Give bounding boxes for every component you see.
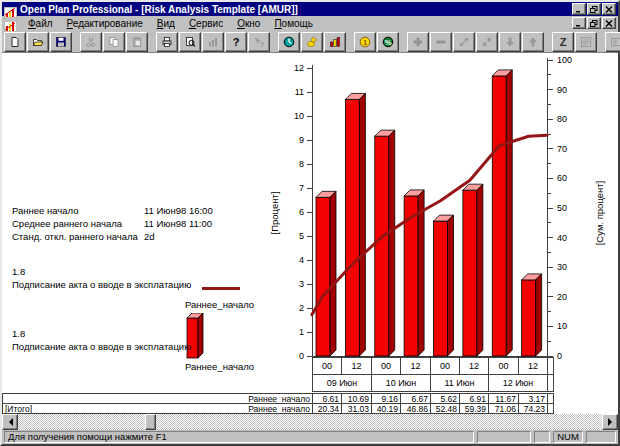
menu-item[interactable]: Помощь xyxy=(267,17,320,30)
row-series-name: Раннее_начало xyxy=(248,404,310,414)
svg-text:1: 1 xyxy=(363,37,367,46)
window-title: Open Plan Professional - [Risk Analysis … xyxy=(20,4,571,15)
mdi-close-button[interactable] xyxy=(602,17,616,29)
svg-text:7: 7 xyxy=(299,183,304,193)
step-button[interactable] xyxy=(476,32,498,52)
cost-button[interactable]: 1 xyxy=(354,32,376,52)
x-axis-date-cell: 09 Июн xyxy=(312,374,372,392)
split-button[interactable] xyxy=(605,32,620,52)
num-lock-indicator: NUM xyxy=(553,431,583,443)
mdi-restore-button[interactable] xyxy=(587,17,601,29)
x-axis-date-cell: 10 Июн xyxy=(371,374,431,392)
move-up-button[interactable] xyxy=(522,32,544,52)
resource-button[interactable] xyxy=(301,32,323,52)
svg-text:8: 8 xyxy=(299,159,304,169)
svg-text:11: 11 xyxy=(295,87,304,97)
table-value-cell: 74.23 xyxy=(518,403,548,414)
outline-button[interactable] xyxy=(575,32,597,52)
toolbar: ??1%Z xyxy=(2,30,618,53)
menu-item[interactable]: Сервис xyxy=(182,17,230,30)
menu-item[interactable]: Редактирование xyxy=(60,17,150,30)
menu-item[interactable]: Вид xyxy=(150,17,182,30)
save-icon xyxy=(55,36,67,48)
svg-text:20: 20 xyxy=(557,292,567,302)
export-chart-icon xyxy=(207,36,219,48)
x-axis-time-cell: 12 xyxy=(518,357,548,375)
horizontal-scrollbar[interactable] xyxy=(2,414,618,430)
minimize-button[interactable] xyxy=(572,3,586,15)
paste-icon xyxy=(131,36,143,48)
left-arrow-icon xyxy=(5,418,13,426)
copy-button[interactable] xyxy=(103,32,125,52)
svg-text:[Процент]: [Процент] xyxy=(269,192,280,235)
remove-icon xyxy=(435,36,447,48)
menu-items: ФайлРедактированиеВидСервисОкноПомощь xyxy=(21,17,571,30)
svg-text:100: 100 xyxy=(557,55,572,65)
help-icon: ? xyxy=(230,36,242,48)
table-value-cell: 31.03 xyxy=(341,403,372,414)
status-pane xyxy=(586,431,616,443)
percent-button[interactable]: % xyxy=(377,32,399,52)
mdi-minimize-button[interactable] xyxy=(572,17,586,29)
cut-button[interactable] xyxy=(80,32,102,52)
svg-text:?: ? xyxy=(233,36,240,48)
step-icon xyxy=(481,36,493,48)
x-axis-time-cell: 00 xyxy=(488,357,519,375)
svg-text:0: 0 xyxy=(299,351,304,361)
svg-text:70: 70 xyxy=(557,144,567,154)
close-button[interactable] xyxy=(602,3,616,15)
help-button[interactable]: ? xyxy=(225,32,247,52)
link-button[interactable] xyxy=(453,32,475,52)
svg-text:60: 60 xyxy=(557,173,567,183)
risk-histogram-icon xyxy=(329,36,341,48)
svg-text:1: 1 xyxy=(299,327,304,337)
scrollbar-thumb[interactable] xyxy=(145,414,156,430)
menu-bar: ФайлРедактированиеВидСервисОкноПомощь xyxy=(2,16,618,30)
table-value-cell xyxy=(547,403,554,414)
svg-text:4: 4 xyxy=(299,255,304,265)
chart-view: Раннее начало 11 Июн98 16:00 Среднее ран… xyxy=(2,53,618,414)
menu-item[interactable]: Окно xyxy=(230,17,267,30)
cut-icon xyxy=(85,36,97,48)
svg-text:Z: Z xyxy=(560,36,567,48)
paste-button[interactable] xyxy=(126,32,148,52)
svg-text:80: 80 xyxy=(557,114,567,124)
save-button[interactable] xyxy=(50,32,72,52)
zoom-icon: Z xyxy=(557,36,569,48)
open-button[interactable] xyxy=(27,32,49,52)
svg-text:9: 9 xyxy=(299,135,304,145)
context-help-button[interactable]: ? xyxy=(248,32,270,52)
print-button[interactable] xyxy=(156,32,178,52)
menu-item[interactable]: Файл xyxy=(21,17,60,30)
zoom-button[interactable]: Z xyxy=(552,32,574,52)
svg-text:10: 10 xyxy=(557,321,567,331)
print-preview-button[interactable] xyxy=(179,32,201,52)
add-button[interactable] xyxy=(407,32,429,52)
svg-text:%: % xyxy=(385,37,392,46)
resource-icon xyxy=(306,36,318,48)
time-analysis-button[interactable] xyxy=(278,32,300,52)
link-icon xyxy=(458,36,470,48)
new-button[interactable] xyxy=(4,32,26,52)
restore-button[interactable] xyxy=(587,3,601,15)
remove-button[interactable] xyxy=(430,32,452,52)
x-axis-date-cell: 11 Июн xyxy=(430,374,489,392)
move-down-button[interactable] xyxy=(499,32,521,52)
risk-histogram-button[interactable] xyxy=(324,32,346,52)
split-icon xyxy=(610,36,620,48)
svg-text:50: 50 xyxy=(557,203,567,213)
context-help-icon: ? xyxy=(253,36,265,48)
x-axis-time-cell: 12 xyxy=(459,357,489,375)
row-header: [Итого] xyxy=(5,404,32,414)
scroll-left-button[interactable] xyxy=(2,414,18,430)
table-row-label: [Итого]Раннее_начало xyxy=(2,403,313,414)
row-series-name: Раннее_начало xyxy=(248,394,310,404)
scroll-right-button[interactable] xyxy=(602,414,618,430)
new-icon xyxy=(9,36,21,48)
export-chart-button[interactable] xyxy=(202,32,224,52)
move-down-icon xyxy=(504,36,516,48)
print-preview-icon xyxy=(184,36,196,48)
table-value-cell: 52.48 xyxy=(430,403,460,414)
status-pane xyxy=(534,431,550,443)
status-pane xyxy=(477,431,531,443)
